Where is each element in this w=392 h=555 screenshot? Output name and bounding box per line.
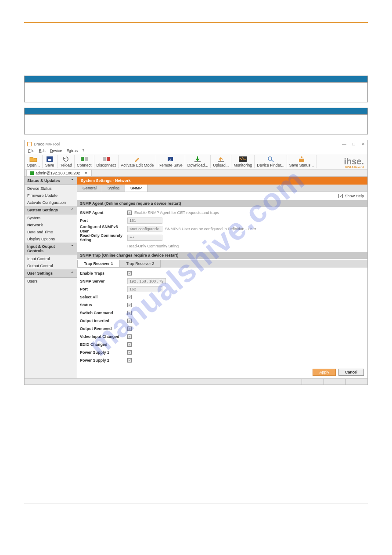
connect-button[interactable]: Connect — [75, 155, 94, 168]
remote-save-button[interactable]: Remote Save — [156, 155, 185, 168]
top-rule — [24, 22, 368, 23]
savestatus-label: Save Status... — [289, 163, 314, 167]
sidebar-group-io[interactable]: Input & Output Controls⌃ — [25, 243, 77, 255]
snmp-agent-check[interactable]: ✓ — [127, 210, 132, 215]
sidebar-group-status[interactable]: Status & Updates⌃ — [25, 177, 77, 185]
tab-trap-receiver-1[interactable]: Trap Receiver 1 — [77, 260, 120, 268]
sidebar-group-system[interactable]: System Settings⌃ — [25, 206, 77, 214]
ps2-label: Power Supply 2 — [80, 358, 127, 363]
reload-label: Reload — [60, 163, 72, 167]
tab-trap-receiver-2[interactable]: Trap Receiver 2 — [120, 260, 161, 268]
connection-tab[interactable]: admin@192.168.100.202 ✕ — [26, 170, 92, 176]
section-snmp-agent: SNMP Agent (Online changes require a dev… — [77, 200, 367, 207]
remote-label: Remote Save — [158, 163, 183, 167]
menu-file[interactable]: File — [28, 149, 35, 153]
chevron-up-icon: ⌃ — [71, 208, 74, 212]
sidebar-item-activate-config[interactable]: Activate Configuration — [25, 199, 77, 206]
toolbar: Open... Save Reload Connect Disconnect A… — [25, 154, 367, 170]
pencil-icon — [133, 156, 141, 162]
sidebar-item-output-ctrl[interactable]: Output Control — [25, 262, 77, 269]
agent-port-input[interactable]: 161 — [127, 218, 162, 224]
download-icon — [194, 156, 201, 162]
upload-button[interactable]: Upload... — [211, 155, 231, 168]
trap-port-input[interactable]: 162 — [127, 286, 162, 292]
output-removed-check[interactable]: ✓ — [127, 326, 132, 331]
connection-tab-label: admin@192.168.100.202 — [36, 171, 80, 175]
sidebar-item-users[interactable]: Users — [25, 278, 77, 285]
app-window: manualshive.com Draco MV-Tool — □ ✕ File… — [24, 140, 368, 385]
sidebar-item-device-status[interactable]: Device Status — [25, 185, 77, 192]
status-trap-label: Status — [80, 303, 127, 307]
main-panel: System Settings - Network General Syslog… — [77, 177, 367, 378]
box1-header — [24, 76, 368, 83]
sidebar-item-input-ctrl[interactable]: Input Control — [25, 255, 77, 262]
save-icon — [46, 156, 54, 162]
monitoring-icon — [239, 156, 247, 162]
minimize-button[interactable]: — — [342, 141, 346, 146]
tab-snmp[interactable]: SNMP — [125, 185, 147, 192]
status-trap-check[interactable]: ✓ — [127, 303, 132, 307]
remote-save-icon — [166, 156, 174, 162]
save-status-button[interactable]: Save Status... — [287, 155, 316, 168]
chevron-up-icon: ⌃ — [71, 244, 74, 253]
disconnect-button[interactable]: Disconnect — [94, 155, 119, 168]
menu-extras[interactable]: Extras — [67, 149, 78, 153]
box2-body — [24, 115, 368, 134]
sidebar-item-firmware[interactable]: Firmware Update — [25, 192, 77, 199]
snmp-agent-label: SNMP Agent — [80, 210, 127, 215]
save-label: Save — [45, 163, 54, 167]
apply-button[interactable]: Apply — [313, 369, 336, 376]
cancel-button[interactable]: Cancel — [338, 369, 364, 376]
search-icon — [267, 156, 275, 162]
trap-tabs: Trap Receiver 1 Trap Receiver 2 — [77, 260, 367, 268]
reload-button[interactable]: Reload — [58, 155, 75, 168]
activate-label: Activate Edit Mode — [121, 163, 154, 167]
sidebar-item-display[interactable]: Display Options — [25, 236, 77, 243]
monitoring-button[interactable]: Monitoring — [231, 155, 255, 168]
button-row: Apply Cancel — [77, 366, 367, 378]
disconnect-label: Disconnect — [97, 163, 116, 167]
snmpv3-user-input[interactable]: <not configured> — [127, 226, 162, 232]
svg-point-10 — [268, 157, 272, 160]
save-button[interactable]: Save — [43, 155, 58, 168]
svg-rect-2 — [81, 157, 84, 161]
close-button[interactable]: ✕ — [361, 141, 365, 146]
output-inserted-check[interactable]: ✓ — [127, 319, 132, 323]
box1-body — [24, 83, 368, 102]
device-finder-button[interactable]: Device Finder... — [255, 155, 287, 168]
snmp-server-input[interactable]: 192 . 168 . 100 . 79 — [127, 278, 166, 284]
devicefinder-label: Device Finder... — [257, 163, 284, 167]
upload-label: Upload... — [213, 163, 229, 167]
edid-changed-check[interactable]: ✓ — [127, 342, 132, 347]
svg-rect-8 — [218, 161, 224, 162]
enable-traps-check[interactable]: ✓ — [127, 271, 132, 276]
tab-general[interactable]: General — [77, 185, 102, 192]
section-snmp-trap: SNMP Trap (Online changes require a devi… — [77, 252, 367, 259]
menu-bar: File Edit Device Extras ? — [25, 148, 367, 154]
activate-edit-button[interactable]: Activate Edit Mode — [119, 155, 156, 168]
sidebar-item-network[interactable]: Network — [25, 221, 77, 229]
community-input[interactable]: *** — [127, 235, 162, 241]
snmpv3-user-hint: SNMPv3 User can be configured in Definit… — [165, 227, 256, 231]
close-tab-icon[interactable]: ✕ — [84, 171, 88, 175]
sidebar-item-system[interactable]: System — [25, 214, 77, 221]
video-changed-check[interactable]: ✓ — [127, 334, 132, 339]
download-button[interactable]: Download... — [185, 155, 211, 168]
switch-cmd-check[interactable]: ✓ — [127, 311, 132, 315]
tab-syslog[interactable]: Syslog — [102, 185, 125, 192]
open-button[interactable]: Open... — [25, 155, 43, 168]
show-help-check[interactable]: ✓ — [338, 194, 343, 198]
menu-help[interactable]: ? — [82, 149, 84, 153]
select-all-check[interactable]: ✓ — [127, 295, 132, 299]
menu-device[interactable]: Device — [50, 149, 62, 153]
ps2-check[interactable]: ✓ — [127, 358, 132, 363]
sidebar-item-datetime[interactable]: Date and Time — [25, 229, 77, 236]
svg-rect-12 — [299, 159, 304, 162]
maximize-button[interactable]: □ — [352, 141, 355, 146]
sidebar-group-user[interactable]: User Settings⌃ — [25, 269, 77, 278]
menu-edit[interactable]: Edit — [39, 149, 46, 153]
disconnect-icon — [102, 156, 110, 162]
svg-rect-4 — [103, 157, 106, 161]
community-hint: Read-Only Community String — [127, 244, 179, 248]
ps1-check[interactable]: ✓ — [127, 350, 132, 355]
